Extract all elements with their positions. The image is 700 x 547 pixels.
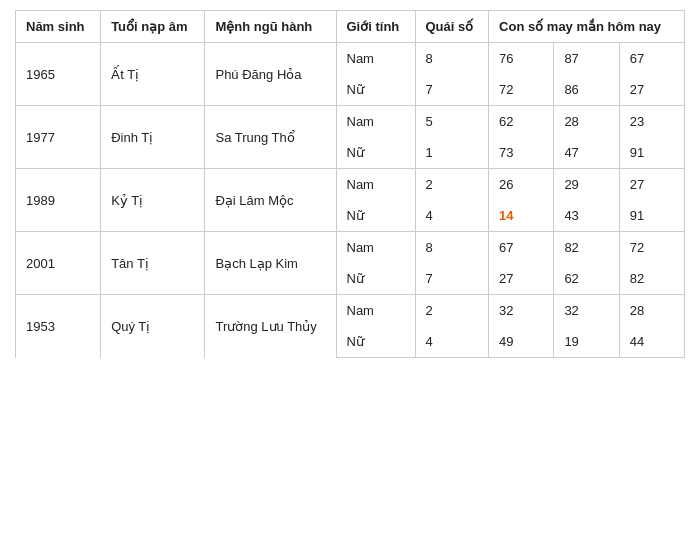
cell-lucky-number: 82 [554, 232, 619, 264]
cell-nam-sinh: 1977 [16, 106, 101, 169]
cell-lucky-number: 91 [619, 137, 684, 169]
cell-nam-sinh: 1953 [16, 295, 101, 358]
cell-gioi-tinh: Nam [336, 295, 415, 327]
cell-quai-so: 2 [415, 169, 489, 201]
cell-nam-sinh: 2001 [16, 232, 101, 295]
cell-lucky-number: 19 [554, 326, 619, 358]
lucky-numbers-table: Năm sinh Tuổi nạp âm Mệnh ngũ hành Giới … [15, 10, 685, 358]
cell-menh-ngu-hanh: Trường Lưu Thủy [205, 295, 336, 358]
cell-menh-ngu-hanh: Đại Lâm Mộc [205, 169, 336, 232]
header-nam-sinh: Năm sinh [16, 11, 101, 43]
cell-menh-ngu-hanh: Bạch Lạp Kim [205, 232, 336, 295]
cell-menh-ngu-hanh: Sa Trung Thổ [205, 106, 336, 169]
cell-lucky-number: 82 [619, 263, 684, 295]
cell-tuoi-nap-am: Quý Tị [101, 295, 205, 358]
cell-lucky-number: 49 [489, 326, 554, 358]
table-container: Năm sinh Tuổi nạp âm Mệnh ngũ hành Giới … [0, 0, 700, 368]
cell-lucky-number: 28 [619, 295, 684, 327]
cell-nam-sinh: 1965 [16, 43, 101, 106]
header-quai-so: Quái số [415, 11, 489, 43]
cell-quai-so: 4 [415, 200, 489, 232]
cell-lucky-number: 27 [619, 74, 684, 106]
header-menh-ngu-hanh: Mệnh ngũ hành [205, 11, 336, 43]
cell-quai-so: 4 [415, 326, 489, 358]
cell-gioi-tinh: Nữ [336, 200, 415, 232]
header-gioi-tinh: Giới tính [336, 11, 415, 43]
cell-gioi-tinh: Nam [336, 169, 415, 201]
cell-menh-ngu-hanh: Phú Đăng Hỏa [205, 43, 336, 106]
cell-quai-so: 8 [415, 232, 489, 264]
cell-gioi-tinh: Nữ [336, 263, 415, 295]
cell-quai-so: 5 [415, 106, 489, 138]
cell-lucky-number: 86 [554, 74, 619, 106]
cell-tuoi-nap-am: Đinh Tị [101, 106, 205, 169]
cell-gioi-tinh: Nam [336, 232, 415, 264]
cell-lucky-number: 67 [489, 232, 554, 264]
cell-quai-so: 2 [415, 295, 489, 327]
cell-lucky-number: 32 [489, 295, 554, 327]
header-con-so-may-man: Con số may mắn hôm nay [489, 11, 685, 43]
cell-tuoi-nap-am: Tân Tị [101, 232, 205, 295]
cell-lucky-number: 47 [554, 137, 619, 169]
cell-lucky-number: 91 [619, 200, 684, 232]
cell-lucky-number: 87 [554, 43, 619, 75]
cell-quai-so: 7 [415, 74, 489, 106]
cell-lucky-number: 23 [619, 106, 684, 138]
cell-lucky-number: 67 [619, 43, 684, 75]
cell-lucky-number: 29 [554, 169, 619, 201]
cell-lucky-number: 32 [554, 295, 619, 327]
cell-quai-so: 1 [415, 137, 489, 169]
cell-lucky-number: 14 [489, 200, 554, 232]
cell-lucky-number: 62 [489, 106, 554, 138]
cell-lucky-number: 44 [619, 326, 684, 358]
cell-tuoi-nap-am: Ất Tị [101, 43, 205, 106]
cell-gioi-tinh: Nam [336, 106, 415, 138]
cell-gioi-tinh: Nữ [336, 137, 415, 169]
cell-lucky-number: 27 [489, 263, 554, 295]
cell-lucky-number: 62 [554, 263, 619, 295]
cell-lucky-number: 26 [489, 169, 554, 201]
cell-gioi-tinh: Nữ [336, 326, 415, 358]
cell-lucky-number: 76 [489, 43, 554, 75]
cell-lucky-number: 73 [489, 137, 554, 169]
cell-gioi-tinh: Nữ [336, 74, 415, 106]
cell-lucky-number: 72 [619, 232, 684, 264]
header-tuoi-nap-am: Tuổi nạp âm [101, 11, 205, 43]
cell-lucky-number: 43 [554, 200, 619, 232]
cell-gioi-tinh: Nam [336, 43, 415, 75]
cell-nam-sinh: 1989 [16, 169, 101, 232]
cell-quai-so: 7 [415, 263, 489, 295]
cell-tuoi-nap-am: Kỷ Tị [101, 169, 205, 232]
cell-quai-so: 8 [415, 43, 489, 75]
cell-lucky-number: 27 [619, 169, 684, 201]
cell-lucky-number: 28 [554, 106, 619, 138]
cell-lucky-number: 72 [489, 74, 554, 106]
